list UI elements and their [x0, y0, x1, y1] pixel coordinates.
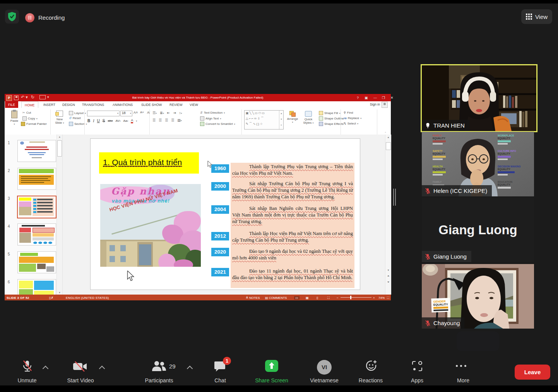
notes-button[interactable]: ≜ NOTES [246, 296, 260, 300]
align-text-button[interactable]: Align Text▾ [200, 116, 221, 121]
italic-button[interactable]: I [93, 119, 94, 123]
video-options-chevron[interactable] [99, 366, 105, 372]
slide-canvas[interactable]: 1. Quá trình phát triển Gặp nhau vào mùa… [90, 138, 360, 290]
slideshow-view-button[interactable]: ⛶ [327, 296, 330, 300]
collapse-ribbon-icon[interactable]: ⌃ [383, 131, 388, 135]
align-right-button[interactable]: ☰ [165, 118, 168, 122]
video-tile-helen[interactable]: FAMILYEQUALITY SAFETYEQUALITY HEALTHEQUA… [422, 132, 534, 196]
panel-resize-handle-2[interactable] [395, 189, 396, 206]
justify-button[interactable]: ☰ [171, 118, 174, 122]
ribbon-display-options-icon[interactable]: ▣ [365, 96, 368, 100]
thumbnails-scroll-down-icon[interactable]: ▼ [57, 291, 62, 294]
paste-button[interactable]: Paste ▾ [9, 110, 20, 130]
bullets-button[interactable]: ☰▾ [152, 111, 157, 115]
shape-fill-button[interactable]: Shape Fill▾ [319, 111, 341, 115]
security-shield-button[interactable] [5, 10, 19, 24]
thumbnails-scrollbar-thumb[interactable] [57, 140, 62, 157]
decrease-indent-button[interactable]: ⇤ [167, 111, 170, 115]
font-name-combobox[interactable]: ▾ [87, 111, 120, 116]
tab-insert[interactable]: INSERT [40, 101, 58, 108]
minimize-icon[interactable]: — [373, 96, 377, 100]
tab-design[interactable]: DESIGN [59, 101, 78, 108]
help-icon[interactable]: ? [357, 96, 359, 100]
increase-indent-button[interactable]: ⇥ [173, 111, 176, 115]
restore-icon[interactable]: ❐ [382, 96, 385, 100]
scroll-up-icon[interactable]: ▲ [385, 135, 391, 140]
zoom-in-button[interactable]: + [373, 296, 375, 300]
copy-button[interactable]: Copy▾ [22, 116, 38, 121]
line-spacing-button[interactable]: ↕▾ [179, 111, 182, 115]
convert-smartart-button[interactable]: Convert to SmartArt▾ [200, 122, 235, 126]
tab-transitions[interactable]: TRANSITIONS [79, 101, 107, 108]
zoom-slider-track[interactable] [341, 297, 371, 298]
video-tile-chayoung[interactable]: GENDER EQUALITY Chayoung [422, 264, 534, 329]
shape-outline-button[interactable]: Shape Outline▾ [319, 116, 346, 121]
slide-thumbnail-2[interactable] [17, 168, 56, 190]
zoom-percent[interactable]: 74% [378, 296, 385, 300]
numbering-button[interactable]: ≣▾ [160, 111, 164, 115]
normal-view-button[interactable]: ▭ [294, 296, 300, 300]
strikethrough-button[interactable]: S [103, 119, 105, 123]
collapse-videos-button[interactable] [457, 331, 499, 351]
zoom-slider-thumb[interactable] [350, 296, 351, 299]
underline-button[interactable]: U [97, 119, 100, 123]
bold-button[interactable]: B [87, 119, 90, 123]
video-tile-giang-luong[interactable]: Giang Luong Giang Luong [422, 198, 534, 262]
comments-button[interactable]: ▤ COMMENTS [265, 296, 287, 300]
spellcheck-icon[interactable]: ▯✗ [49, 296, 53, 300]
slide-thumbnail-6[interactable] [17, 279, 56, 295]
cut-button[interactable]: ✂Cut [22, 111, 31, 114]
shapes-scroll-buttons[interactable]: ▲▼≡ [279, 111, 283, 129]
select-button[interactable]: ⇱Select▾ [344, 122, 358, 125]
leave-button[interactable]: Leave [515, 365, 550, 380]
shape-effects-button[interactable]: Shape Effects▾ [319, 122, 346, 126]
tab-animations[interactable]: ANIMATIONS [110, 101, 136, 108]
panel-resize-handle[interactable] [393, 189, 394, 206]
columns-button[interactable]: ▥▾ [177, 118, 182, 122]
quick-styles-button[interactable]: QuickStyles ▾ [300, 110, 317, 129]
reading-view-button[interactable]: ▯ [317, 296, 318, 300]
view-button[interactable]: View [521, 9, 552, 24]
font-size-combobox[interactable]: 18▾ [120, 111, 132, 116]
character-spacing-button[interactable]: AV▾ [115, 119, 120, 123]
shapes-gallery[interactable]: ▣╲╲▭⬭▭△⌐⌐⇨⇩⌒✎⌒∿{}☆ ▲▼≡ [244, 110, 284, 130]
new-slide-button[interactable]: NewSlide ▾ [53, 110, 67, 130]
scrollbar-thumb[interactable] [386, 142, 391, 150]
slide-thumbnail-3-selected[interactable] [17, 196, 56, 218]
tab-home[interactable]: HOME [21, 101, 38, 108]
change-case-button[interactable]: Aa▾ [123, 119, 128, 123]
participants-options-chevron[interactable] [187, 366, 193, 372]
arrange-button[interactable]: Arrange▾ [286, 110, 299, 129]
slide-thumbnail-5[interactable] [17, 251, 56, 273]
slide-scrollbar[interactable]: ▲ ▼ ⏶ ⏷ [385, 135, 391, 295]
font-color-button[interactable]: A [131, 118, 133, 123]
close-icon[interactable]: ✕ [390, 96, 394, 100]
subscript-button[interactable]: abc [108, 119, 113, 123]
reset-button[interactable]: ↺Reset [69, 116, 81, 120]
thumbnails-scroll-up-icon[interactable]: ▲ [57, 135, 62, 140]
recording-indicator-icon[interactable] [25, 13, 34, 22]
video-tile-tran-hien[interactable]: TRAN HIEN [421, 64, 537, 132]
increase-font-icon[interactable]: A˄ [134, 111, 138, 114]
previous-slide-icon[interactable]: ⏶ [385, 274, 391, 278]
slide-thumbnail-1[interactable] [17, 140, 56, 162]
zoom-out-button[interactable]: − [337, 296, 339, 300]
find-button[interactable]: ⚲Find [344, 111, 353, 114]
unmute-options-chevron[interactable] [43, 366, 49, 372]
next-slide-icon[interactable]: ⏷ [385, 281, 391, 284]
align-left-button[interactable]: ☰ [152, 118, 156, 122]
text-direction-button[interactable]: ⇵Text Direction▾ [200, 111, 225, 114]
slide-sorter-view-button[interactable]: ▦ [306, 296, 309, 300]
format-painter-button[interactable]: Format Painter [21, 122, 47, 126]
replace-button[interactable]: abReplace▾ [344, 116, 361, 120]
decrease-font-icon[interactable]: A˅ [140, 111, 144, 114]
language-indicator[interactable]: ENGLISH (UNITED STATES) [66, 296, 109, 300]
slide-thumbnail-4[interactable] [17, 223, 56, 245]
tab-view[interactable]: VIEW [187, 101, 201, 108]
tab-file[interactable]: FILE [5, 101, 18, 108]
tab-review[interactable]: REVIEW [166, 101, 186, 108]
tab-slideshow[interactable]: SLIDE SHOW [138, 101, 165, 108]
align-center-button[interactable]: ☰ [159, 118, 162, 122]
layout-button[interactable]: Layout▾ [69, 111, 86, 115]
scroll-down-icon[interactable]: ▼ [385, 269, 391, 271]
